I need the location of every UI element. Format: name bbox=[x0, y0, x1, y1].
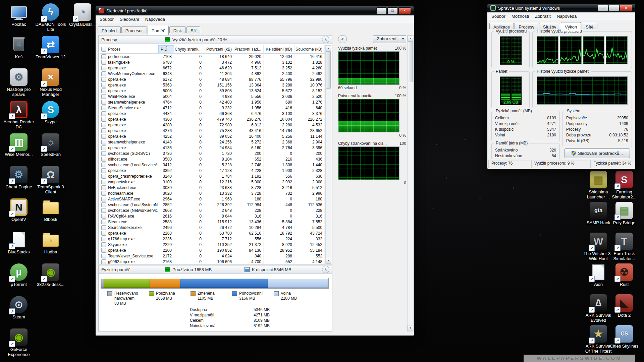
menu-item-n-pov-da[interactable]: Nápověda bbox=[554, 13, 580, 19]
row-checkbox[interactable] bbox=[101, 117, 106, 122]
process-table-scrollbar[interactable]: ▲ ▼ bbox=[325, 45, 331, 264]
menu-item-zobrazit[interactable]: Zobrazit bbox=[532, 13, 554, 19]
process-row[interactable]: g9962.tmp.exe21680106 6964 7005524 148 bbox=[100, 259, 325, 264]
row-checkbox[interactable] bbox=[101, 248, 106, 253]
row-checkbox[interactable] bbox=[101, 185, 106, 190]
process-row[interactable]: RAVCpl64.exe261608 6443160316 bbox=[100, 213, 325, 219]
desktop-icon-utorrent[interactable]: µ↗μTorrent bbox=[3, 263, 34, 287]
desktop-icon-recycle-bin[interactable]: ♻Koš bbox=[3, 36, 34, 59]
process-row[interactable]: SteamService.exe471209 2321 056416640 bbox=[100, 105, 325, 111]
row-checkbox[interactable] bbox=[101, 259, 106, 264]
processes-panel-header[interactable]: Procesy Využitá fyzická paměť: 20 % ∧ bbox=[99, 36, 332, 44]
menu-item-soubor[interactable]: Soubor bbox=[97, 16, 117, 22]
process-row[interactable]: opera.exe6672046 6207 5123 2524 260 bbox=[100, 65, 325, 71]
column-header-chyby-str-nk[interactable]: Chyby stránk... bbox=[174, 45, 204, 53]
process-row[interactable]: NvBackend.exe3080023 6888 7283 2165 512 bbox=[100, 185, 325, 190]
process-row[interactable]: opera.exe53680151 15613 3643 28810 076 bbox=[100, 82, 325, 88]
row-checkbox[interactable] bbox=[101, 191, 106, 196]
scroll-down-icon[interactable]: ▼ bbox=[408, 325, 413, 331]
row-checkbox[interactable] bbox=[101, 242, 106, 247]
row-checkbox[interactable] bbox=[101, 225, 106, 230]
row-checkbox[interactable] bbox=[101, 163, 106, 167]
scroll-down-icon[interactable]: ▼ bbox=[326, 258, 331, 264]
row-checkbox[interactable] bbox=[101, 174, 106, 179]
tab-v-kon[interactable]: Výkon bbox=[561, 22, 581, 32]
row-checkbox[interactable] bbox=[101, 237, 106, 241]
desktop-icon-steam[interactable]: ⊙↗Steam bbox=[3, 296, 34, 319]
row-checkbox[interactable] bbox=[101, 134, 106, 139]
column-header-ke-sd-len-kb[interactable]: Ke sdílení (kB) bbox=[264, 45, 294, 53]
desktop-icon-computer[interactable]: Počítač bbox=[3, 3, 34, 27]
row-checkbox[interactable] bbox=[101, 197, 106, 201]
row-checkbox[interactable] bbox=[101, 54, 106, 59]
desktop-icon-cheat-engine[interactable]: ⚙↗Cheat Engine bbox=[3, 166, 34, 189]
menu-item-mo-nosti[interactable]: Možnosti bbox=[508, 13, 532, 19]
row-checkbox[interactable] bbox=[101, 128, 106, 133]
process-row[interactable]: opera.exe22000190 85284 13628 95255 184 bbox=[100, 247, 325, 253]
process-row[interactable]: wmpnetwk.exe3100012 2165 0002 9922 008 bbox=[100, 179, 325, 185]
desktop-icon-admin-tools[interactable]: ⚙Nástroje pro správu bbox=[3, 68, 34, 97]
process-row[interactable]: opera.exe5008059 80813 8245 6728 152 bbox=[100, 88, 325, 94]
row-checkbox[interactable] bbox=[101, 106, 106, 110]
row-checkbox[interactable] bbox=[101, 77, 106, 82]
desktop-icon-geforce-experience[interactable]: ◉↗GeForce Experience bbox=[3, 328, 34, 357]
minimize-button[interactable]: — bbox=[376, 7, 387, 14]
row-checkbox[interactable] bbox=[101, 168, 106, 173]
column-header-potvrzen-kb[interactable]: Potvrzení (kB) bbox=[204, 45, 234, 53]
row-checkbox[interactable] bbox=[101, 214, 106, 219]
row-checkbox[interactable] bbox=[101, 157, 106, 162]
process-row[interactable]: taskmgr.exe678803 4724 9603 1321 828 bbox=[100, 59, 325, 65]
scrollbar-thumb[interactable] bbox=[408, 41, 413, 82]
process-row[interactable]: svchost.exe (SDRSVC)373601 7202000200 bbox=[100, 150, 325, 156]
desktop-icon-music-folder[interactable]: ♪Hudba bbox=[35, 231, 66, 254]
close-button[interactable]: × bbox=[398, 7, 411, 14]
process-row[interactable]: steamwebhelper.exe4764042 4081 9566801 2… bbox=[100, 99, 325, 105]
row-checkbox[interactable] bbox=[101, 60, 106, 65]
process-row[interactable]: opera.exe6172048 68488 77655 79632 980 bbox=[100, 76, 325, 82]
process-row[interactable]: WmiPrvSE.exe500404 9885 5563 0362 520 bbox=[100, 94, 325, 99]
process-row[interactable]: dllhost.exe358008 104652216436 bbox=[100, 156, 325, 162]
row-checkbox[interactable] bbox=[101, 220, 106, 224]
column-header-pid[interactable]: PID bbox=[158, 45, 174, 53]
row-checkbox[interactable] bbox=[101, 254, 106, 258]
desktop-icon-nvidia-installer[interactable]: ◉↗382.05-desk... bbox=[35, 263, 66, 287]
desktop-icon-blbosti-folder[interactable]: Blbosti bbox=[35, 198, 66, 222]
window-scrollbar[interactable]: ▲ ▼ bbox=[407, 35, 414, 331]
process-row[interactable]: Skype.exe22200110 35221 3728 92012 452 bbox=[100, 242, 325, 247]
scroll-up-icon[interactable]: ▲ bbox=[408, 36, 413, 42]
desktop-icon-speedfan[interactable]: ☼↗SpeedFan bbox=[35, 133, 66, 157]
scroll-up-icon[interactable]: ▲ bbox=[326, 46, 331, 52]
taskmgr-titlebar[interactable]: Správce úloh systému Windows — □ × bbox=[487, 4, 635, 12]
column-header-soukrom-kb[interactable]: Soukromé (kB) bbox=[294, 45, 325, 53]
row-checkbox[interactable] bbox=[101, 180, 106, 184]
row-checkbox[interactable] bbox=[101, 145, 106, 150]
process-row[interactable]: svchost.exe (NetworkService...266802 648… bbox=[100, 207, 325, 213]
process-row[interactable]: opera.exe4484066 3686 4763 1003 376 bbox=[100, 111, 325, 116]
row-checkbox[interactable] bbox=[101, 140, 106, 144]
desktop-icon-acrobat-reader[interactable]: λ↗Acrobat Reader DC bbox=[3, 101, 34, 129]
desktop-icon-nexus-mod-manager[interactable]: ×↗Nexus Mod Manager bbox=[35, 68, 66, 97]
desktop-icon-crystaldiskinfo[interactable]: ◔↗CrystalDiskI... bbox=[67, 3, 98, 27]
row-checkbox[interactable] bbox=[101, 66, 106, 70]
process-row[interactable]: perfmon.exe7108018 64029 02012 60416 416 bbox=[100, 54, 325, 59]
desktop-icon-dota-2[interactable]: ◣↗Dota 2 bbox=[609, 294, 640, 318]
column-header-pracovn-sad[interactable]: Pracovní sad... bbox=[234, 45, 264, 53]
open-resource-monitor-button[interactable]: Sledování prostředků... bbox=[565, 148, 630, 158]
process-row[interactable]: opera.exe4276075 28843 41614 76428 652 bbox=[100, 128, 325, 133]
process-row[interactable]: hddhealth.exe3020013 3323 7287322 996 bbox=[100, 190, 325, 196]
desktop-icon-skype[interactable]: S↗Skype bbox=[35, 101, 66, 124]
process-row[interactable]: g1766.tmp.exe223607 712556224332 bbox=[100, 236, 325, 242]
maximize-button[interactable]: □ bbox=[609, 5, 619, 11]
process-row[interactable]: opera.exe2268063 78062 51618 79243 724 bbox=[100, 230, 325, 236]
row-checkbox[interactable] bbox=[101, 151, 106, 156]
close-button[interactable]: × bbox=[620, 5, 632, 11]
process-row[interactable]: steamwebhelper.exe4148024 2565 2722 3682… bbox=[100, 139, 325, 145]
process-row[interactable]: ActiveSMART.exe296401 9681880188 bbox=[100, 196, 325, 202]
select-all-checkbox[interactable] bbox=[101, 47, 106, 52]
desktop-icon-poly-bridge[interactable]: ▤↗Poly Bridge bbox=[609, 202, 640, 225]
desktop-icon-farming-simulator[interactable]: S↗Farming Simulator2... bbox=[609, 171, 640, 199]
row-checkbox[interactable] bbox=[101, 71, 106, 76]
desktop-icon-euro-truck-simulator[interactable]: T↗Euro Truck Simulator... bbox=[609, 233, 640, 261]
desktop-icon-teamspeak[interactable]: Ω↗TeamSpeak 3 Client bbox=[35, 166, 66, 194]
menu-item-n-pov-da[interactable]: Nápověda bbox=[142, 16, 168, 22]
